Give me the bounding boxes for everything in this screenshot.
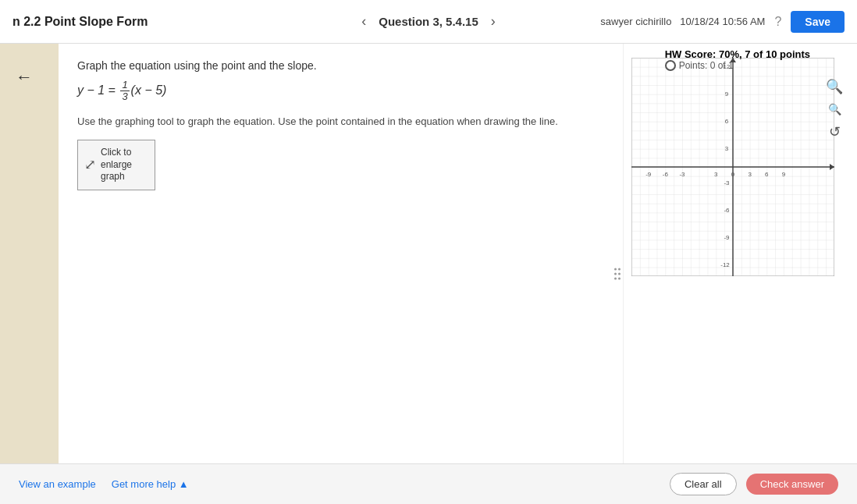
drag-handle[interactable] <box>614 268 621 280</box>
hw-score: HW Score: 70%, 7 of 10 points <box>665 48 810 60</box>
datetime: 10/18/24 10:56 AM <box>680 16 765 27</box>
svg-text:6: 6 <box>765 171 769 178</box>
back-arrow-button[interactable]: ← <box>16 67 33 87</box>
zoom-out-button[interactable]: 🔍 <box>826 103 843 115</box>
username: sawyer cichirillo <box>600 16 671 27</box>
points-score: Points: 0 of 1 <box>665 60 810 71</box>
svg-text:-6: -6 <box>724 207 730 214</box>
bottom-links: View an example Get more help ▲ <box>19 478 189 490</box>
svg-text:-12: -12 <box>720 261 730 268</box>
svg-text:9: 9 <box>782 171 786 178</box>
check-answer-button[interactable]: Check answer <box>746 474 838 495</box>
left-sidebar: ← <box>0 44 59 504</box>
problem-instruction: Graph the equation using the point and t… <box>77 59 604 72</box>
enlarge-text: Click to enlarge graph <box>101 147 132 183</box>
top-bar-left: n 2.2 Point Slope Form <box>12 15 148 29</box>
view-example-button[interactable]: View an example <box>19 478 96 490</box>
grid-svg[interactable]: -9 -6 -3 3 0 3 6 9 12 9 6 3 -3 -6 -9 -12 <box>631 58 834 276</box>
user-datetime: sawyer cichirillo 10/18/24 10:56 AM <box>600 16 765 27</box>
sub-instruction: Use the graphing tool to graph the equat… <box>77 114 604 130</box>
svg-text:3: 3 <box>725 145 729 152</box>
question-label: Question 3, 5.4.15 <box>379 15 478 28</box>
svg-text:3: 3 <box>748 171 752 178</box>
bottom-right: Clear all Check answer <box>670 473 838 495</box>
svg-text:-3: -3 <box>724 179 730 186</box>
get-more-help-button[interactable]: Get more help ▲ <box>112 478 189 490</box>
equation-text: y − 1 = 13(x − 5) <box>77 83 166 97</box>
prev-question-button[interactable]: ‹ <box>355 10 372 33</box>
zoom-in-button[interactable]: 🔍 <box>826 78 843 95</box>
svg-text:-9: -9 <box>724 234 730 241</box>
score-display: HW Score: 70%, 7 of 10 points Points: 0 … <box>665 48 810 71</box>
bottom-bar: View an example Get more help ▲ Clear al… <box>0 463 857 504</box>
circle-icon <box>665 60 676 71</box>
enlarge-icon: ⤢ <box>84 156 96 173</box>
top-bar-center: ‹ Question 3, 5.4.15 › <box>355 10 502 33</box>
help-button[interactable]: ? <box>774 15 781 29</box>
svg-text:0: 0 <box>731 171 735 178</box>
points-label: Points: 0 of 1 <box>679 60 734 71</box>
refresh-button[interactable]: ↺ <box>826 123 843 140</box>
main-content: ← Graph the equation using the point and… <box>0 44 857 504</box>
save-button[interactable]: Save <box>791 11 845 33</box>
clear-all-button[interactable]: Clear all <box>670 473 737 495</box>
settings-icons: 🔍 🔍 ↺ <box>826 78 843 140</box>
graph-area[interactable]: -9 -6 -3 3 0 3 6 9 12 9 6 3 -3 -6 -9 -12 <box>623 44 857 504</box>
svg-text:-3: -3 <box>679 171 685 178</box>
lesson-title: n 2.2 Point Slope Form <box>12 15 148 29</box>
svg-text:6: 6 <box>725 118 729 125</box>
svg-text:-9: -9 <box>645 171 652 178</box>
svg-text:-6: -6 <box>663 171 669 178</box>
equation-display: y − 1 = 13(x − 5) <box>77 80 604 103</box>
svg-text:3: 3 <box>714 171 718 178</box>
coordinate-grid[interactable]: -9 -6 -3 3 0 3 6 9 12 9 6 3 -3 -6 -9 -12 <box>631 58 834 276</box>
top-bar: n 2.2 Point Slope Form ‹ Question 3, 5.4… <box>0 0 857 44</box>
svg-text:9: 9 <box>725 91 729 98</box>
problem-area: Graph the equation using the point and t… <box>59 44 623 504</box>
next-question-button[interactable]: › <box>485 10 502 33</box>
top-bar-right: sawyer cichirillo 10/18/24 10:56 AM ? Sa… <box>600 11 845 33</box>
enlarge-graph-box[interactable]: ⤢ Click to enlarge graph <box>77 140 155 190</box>
fraction: 13 <box>120 80 129 103</box>
